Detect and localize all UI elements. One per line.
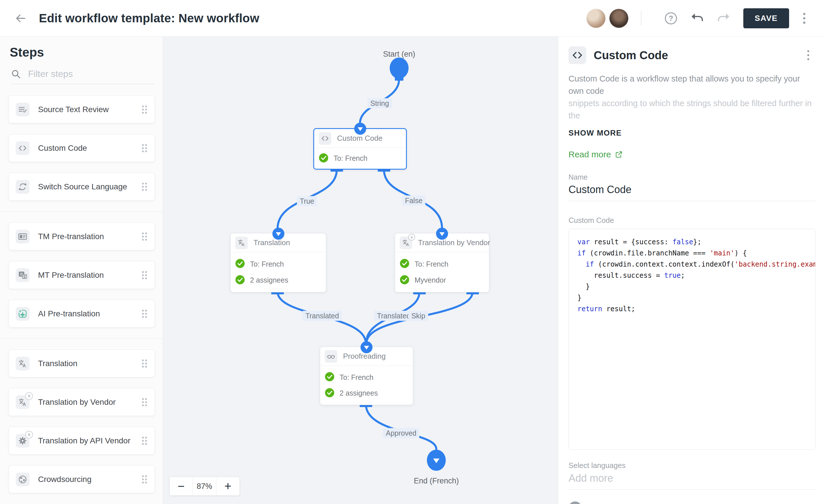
avatar[interactable] (587, 9, 605, 28)
steps-group: Source Text ReviewCustom CodeSwitch Sour… (9, 96, 155, 201)
steps-group-divider (0, 211, 163, 212)
redo-button[interactable] (715, 10, 732, 27)
page-title: Edit workflow template: New workflow (39, 11, 259, 25)
workflow-edges (163, 36, 558, 504)
add-language-input[interactable] (569, 470, 815, 490)
port-translation-in[interactable] (272, 228, 284, 240)
node-status-row: To: French (231, 259, 326, 270)
gear-icon: v (16, 434, 29, 448)
tm-pretranslation-icon (16, 230, 29, 243)
zoom-out-button[interactable]: − (170, 477, 193, 495)
node-status-text: To: French (415, 260, 448, 268)
panel-title: Custom Code (594, 49, 794, 62)
code-line: if (crowdin.file.branchName === 'main') … (578, 248, 815, 259)
steps-group: ATranslationAvTranslation by VendorvTran… (9, 349, 155, 493)
details-panel: Custom Code Custom Code is a workflow st… (558, 36, 824, 504)
show-more-button[interactable]: SHOW MORE (569, 129, 815, 137)
node-status-text: Myvendor (415, 276, 446, 284)
sidebar-step-translation[interactable]: ATranslation (9, 349, 155, 377)
drag-handle-icon[interactable] (141, 309, 147, 319)
save-button[interactable]: SAVE (743, 8, 789, 28)
steps-sidebar: Steps Source Text ReviewCustom CodeSwitc… (0, 36, 163, 504)
sidebar-step-source-text-review[interactable]: Source Text Review (9, 96, 155, 123)
remove-language-button[interactable] (569, 501, 582, 504)
read-more-link[interactable]: Read more (569, 149, 815, 159)
start-node[interactable] (390, 58, 409, 79)
svg-text:?: ? (668, 14, 673, 22)
check-icon (325, 388, 334, 399)
node-rows: To: French2 assignees (231, 252, 326, 292)
node-title: Proofreading (343, 352, 386, 361)
code-line: var result = {success: false}; (578, 236, 815, 248)
node-status-row: To: French (314, 153, 406, 164)
sidebar-step-mt-pre-translation[interactable]: GMT Pre-translation (9, 261, 155, 289)
end-node-label: End (French) (414, 477, 459, 485)
sidebar-step-ai-pre-translation[interactable]: AI Pre-translation (9, 300, 155, 327)
code-line: } (578, 292, 815, 303)
node-rows: To: French2 assignees (320, 366, 413, 405)
port-custom-code-in[interactable] (354, 123, 366, 135)
step-label: AI Pre-translation (38, 309, 133, 318)
sidebar-step-crowdsourcing[interactable]: Crowdsourcing (9, 466, 155, 493)
code-editor[interactable]: var result = {success: false};if (crowdi… (569, 229, 815, 449)
top-bar: Edit workflow template: New workflow ? S… (0, 0, 824, 36)
sidebar-step-custom-code[interactable]: Custom Code (9, 134, 155, 162)
custom-code-icon (569, 46, 586, 64)
step-label: Translation (38, 359, 133, 368)
description-line2: snippets according to which the strings … (569, 99, 812, 120)
drag-handle-icon[interactable] (141, 397, 147, 407)
step-description: Custom Code is a workflow step that allo… (569, 73, 815, 122)
translation-icon: Av (400, 236, 412, 249)
workflow-node-proofreading[interactable]: ProofreadingTo: French2 assignees (320, 347, 413, 405)
sidebar-step-translation-by-vendor[interactable]: AvTranslation by Vendor (9, 388, 155, 416)
undo-button[interactable] (689, 10, 706, 27)
translation-icon: A (16, 357, 29, 371)
workflow-canvas[interactable]: Start (en) End (French) StringTrueFalseT… (163, 36, 558, 504)
drag-handle-icon[interactable] (141, 105, 147, 114)
port-translation-by-vendor-in[interactable] (436, 228, 448, 240)
help-button[interactable]: ? (662, 10, 679, 27)
panel-more-menu-button[interactable] (801, 47, 815, 64)
help-icon: ? (663, 11, 679, 26)
external-link-icon (615, 150, 623, 159)
workflow-node-translation[interactable]: ATranslationTo: French2 assignees (230, 233, 326, 292)
sidebar-step-tm-pre-translation[interactable]: TM Pre-translation (9, 222, 155, 250)
back-arrow-icon (14, 12, 27, 25)
steps-list: Source Text ReviewCustom CodeSwitch Sour… (0, 96, 163, 493)
vendor-badge: v (25, 392, 33, 400)
zoom-in-button[interactable]: + (216, 477, 239, 495)
language-row-french: French (569, 496, 815, 504)
more-menu-button[interactable] (797, 10, 812, 27)
workflow-node-translation-by-vendor[interactable]: AvTranslation by VendorTo: FrenchMyvendo… (395, 233, 489, 292)
custom-code-icon (16, 141, 29, 155)
custom-code-icon (319, 132, 331, 145)
svg-text:A: A (241, 242, 244, 247)
drag-handle-icon[interactable] (141, 270, 147, 280)
sidebar-step-switch-source-language[interactable]: Switch Source Language (9, 173, 155, 201)
filter-steps-input[interactable] (28, 69, 154, 79)
step-label: Switch Source Language (38, 182, 133, 191)
avatar[interactable] (609, 9, 628, 28)
drag-handle-icon[interactable] (141, 475, 147, 484)
name-input[interactable] (569, 181, 815, 201)
port-proofreading-in[interactable] (360, 341, 373, 353)
topbar-divider (641, 11, 641, 26)
drag-handle-icon[interactable] (141, 182, 147, 192)
steps-heading: Steps (10, 45, 163, 60)
custom-code-field-label: Custom Code (569, 216, 815, 225)
start-node-label: Start (en) (383, 50, 415, 59)
node-status-text: To: French (340, 373, 373, 382)
drag-handle-icon[interactable] (141, 143, 147, 153)
drag-handle-icon[interactable] (141, 359, 147, 369)
drag-handle-icon[interactable] (141, 436, 147, 446)
sidebar-step-translation-by-api-vendor[interactable]: vTranslation by API Vendor (9, 427, 155, 455)
filter-steps-field (11, 69, 154, 84)
edge-label-string: String (368, 98, 392, 108)
node-status-row: 2 assignees (231, 275, 326, 286)
code-line: result.success = true; (578, 270, 815, 281)
check-icon (235, 259, 245, 270)
back-button[interactable] (12, 10, 29, 27)
drag-handle-icon[interactable] (141, 232, 147, 241)
select-languages-label: Select languages (569, 461, 815, 470)
node-status-text: 2 assignees (340, 389, 378, 397)
